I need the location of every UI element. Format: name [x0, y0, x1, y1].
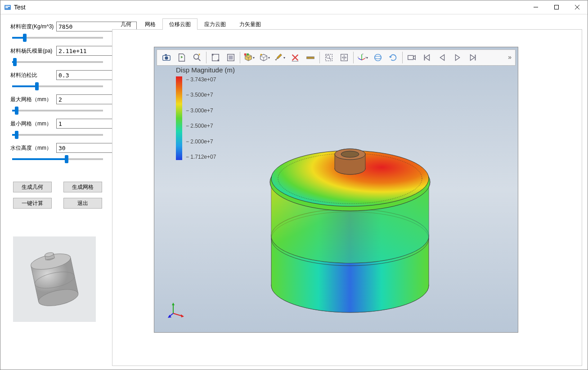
maximize-button[interactable]: [546, 0, 567, 14]
svg-marker-64: [172, 303, 175, 305]
tab-geometry[interactable]: 几何: [114, 18, 138, 30]
3d-viewport[interactable]: ▼ ▼ ▼ zxy▼: [154, 47, 518, 333]
field-water-height: 水位高度（mm）: [10, 143, 105, 165]
poisson-slider[interactable]: [12, 85, 103, 87]
main-panel: 几何 网格 位移云图 应力云图 力矢量图 ▼: [110, 18, 584, 366]
field-min-mesh: 最小网格（mm）: [10, 119, 105, 140]
svg-line-41: [329, 58, 331, 60]
legend-colorbar: [176, 76, 182, 160]
legend-ticks: 3.743e+07 3.500e+7 3.000e+7 2.500e+7 2.0…: [186, 76, 216, 160]
svg-line-44: [362, 58, 365, 60]
app-window: Test 材料密度(Kg/m^3) 材料杨氏模量(pa): [0, 0, 588, 370]
viewport-toolbar: ▼ ▼ ▼ zxy▼: [157, 49, 516, 66]
svg-rect-1: [5, 6, 10, 7]
svg-rect-2: [5, 7, 8, 8]
legend-title: Disp Magnitude (m): [176, 66, 235, 74]
video-icon[interactable]: [404, 51, 419, 64]
svg-point-58: [271, 151, 429, 206]
density-slider[interactable]: [12, 37, 103, 39]
skip-forward-icon[interactable]: [466, 51, 480, 64]
prev-icon[interactable]: [435, 51, 449, 64]
gen-mesh-button[interactable]: 生成网格: [63, 182, 102, 192]
rotate-icon[interactable]: [386, 51, 400, 64]
svg-point-55: [271, 209, 429, 263]
export-icon[interactable]: [175, 51, 189, 64]
field-label: 材料泊松比: [10, 71, 54, 79]
titlebar: Test: [0, 0, 588, 14]
geometry-preview: [13, 236, 96, 322]
select-box-icon[interactable]: [208, 51, 223, 64]
app-icon: [4, 4, 11, 11]
one-click-calc-button[interactable]: 一键计算: [13, 198, 52, 209]
min-mesh-slider[interactable]: [12, 134, 103, 136]
legend-tick: 2.500e+7: [186, 123, 216, 129]
tab-mesh[interactable]: 网格: [138, 18, 162, 30]
svg-text:x: x: [357, 56, 359, 58]
field-poisson: 材料泊松比: [10, 70, 105, 92]
sidebar: 材料密度(Kg/m^3) 材料杨氏模量(pa) 材料泊松比: [4, 18, 110, 366]
color-legend: Disp Magnitude (m) 3.743e+07 3.500e+7 3.…: [176, 66, 235, 160]
svg-point-54: [271, 259, 429, 312]
tab-displacement[interactable]: 位移云图: [162, 18, 197, 30]
axes-icon[interactable]: zxy▼: [355, 51, 370, 64]
content-area: 材料密度(Kg/m^3) 材料杨氏模量(pa) 材料泊松比: [0, 14, 588, 370]
frame-icon[interactable]: [224, 51, 238, 64]
field-label: 水位高度（mm）: [10, 144, 54, 152]
cube-color-icon[interactable]: ▼: [242, 51, 256, 64]
axis-triad-icon: [168, 301, 186, 319]
svg-rect-26: [229, 55, 233, 59]
svg-point-18: [165, 56, 168, 59]
field-label: 最小网格（mm）: [10, 120, 54, 128]
minimize-button[interactable]: [525, 0, 546, 14]
brush-icon[interactable]: ▼: [273, 51, 287, 64]
youngs-slider[interactable]: [12, 61, 103, 63]
svg-rect-23: [212, 54, 214, 56]
camera-icon[interactable]: [159, 51, 174, 64]
tab-stress[interactable]: 应力云图: [197, 18, 233, 30]
svg-line-45: [358, 58, 361, 60]
svg-point-56: [271, 212, 429, 266]
viewport-container: ▼ ▼ ▼ zxy▼: [112, 30, 582, 366]
field-label: 材料杨氏模量(pa): [10, 47, 54, 55]
ruler-icon[interactable]: [303, 51, 318, 64]
exit-button[interactable]: 退出: [63, 198, 102, 209]
svg-line-21: [198, 59, 201, 61]
svg-rect-4: [555, 5, 559, 9]
svg-point-50: [375, 56, 382, 59]
field-youngs: 材料杨氏模量(pa): [10, 46, 105, 67]
field-max-mesh: 最大网格（mm）: [10, 94, 105, 116]
close-button[interactable]: [567, 0, 588, 14]
svg-rect-51: [408, 55, 413, 59]
svg-point-40: [327, 55, 330, 58]
tab-bar: 几何 网格 位移云图 应力云图 力矢量图: [112, 18, 582, 30]
legend-tick: 3.000e+7: [186, 107, 216, 114]
svg-rect-24: [218, 60, 220, 62]
skip-back-icon[interactable]: [420, 51, 434, 64]
window-title: Test: [14, 4, 525, 11]
svg-point-20: [194, 54, 199, 59]
svg-rect-28: [247, 53, 249, 56]
play-icon[interactable]: [450, 51, 465, 64]
toolbar-overflow-icon[interactable]: »: [508, 53, 512, 61]
zoom-icon[interactable]: [190, 51, 204, 64]
delete-icon[interactable]: [288, 51, 302, 64]
svg-rect-27: [244, 53, 246, 56]
svg-point-59: [278, 153, 422, 204]
field-label: 材料密度(Kg/m^3): [10, 23, 54, 31]
cube-wire-icon[interactable]: ▼: [257, 51, 272, 64]
svg-rect-19: [165, 54, 167, 56]
pan-icon[interactable]: [337, 51, 351, 64]
svg-text:z: z: [362, 53, 363, 55]
legend-tick: 3.500e+7: [186, 92, 216, 98]
max-mesh-slider[interactable]: [12, 110, 103, 111]
select-dashed-icon[interactable]: [322, 51, 336, 64]
gen-geom-button[interactable]: 生成几何: [13, 182, 52, 192]
water-height-slider[interactable]: [12, 158, 103, 160]
legend-tick: 3.743e+07: [186, 76, 216, 83]
svg-line-65: [173, 313, 182, 316]
orbit-icon[interactable]: [371, 51, 385, 64]
svg-marker-66: [181, 314, 184, 317]
legend-tick: 2.000e+7: [186, 138, 216, 145]
tab-force-vector[interactable]: 力矢量图: [233, 18, 268, 30]
svg-point-62: [341, 151, 359, 157]
